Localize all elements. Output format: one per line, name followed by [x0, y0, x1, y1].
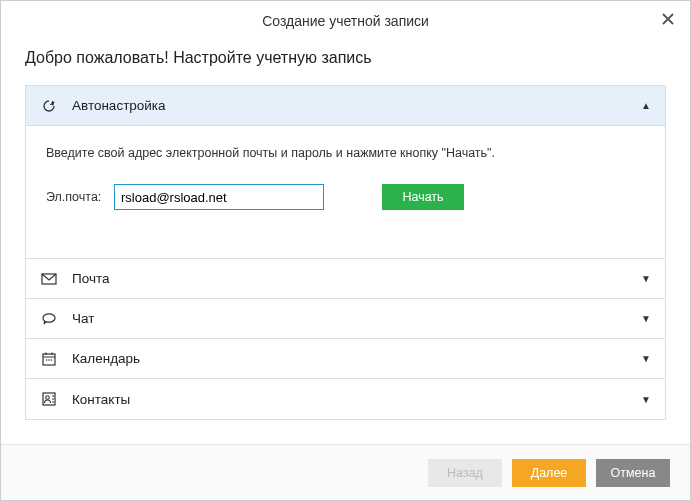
svg-point-4 — [51, 359, 53, 361]
section-contacts-label: Контакты — [72, 392, 627, 407]
cancel-button[interactable]: Отмена — [596, 459, 670, 487]
svg-point-3 — [48, 359, 50, 361]
refresh-icon — [40, 97, 58, 115]
chevron-up-icon: ▲ — [641, 100, 651, 111]
section-mail-label: Почта — [72, 271, 627, 286]
next-button[interactable]: Далее — [512, 459, 586, 487]
svg-point-2 — [46, 359, 48, 361]
start-button[interactable]: Начать — [382, 184, 464, 210]
section-contacts-header[interactable]: Контакты ▼ — [26, 379, 665, 419]
chat-icon — [40, 310, 58, 328]
mail-icon — [40, 270, 58, 288]
welcome-heading: Добро пожаловать! Настройте учетную запи… — [25, 49, 666, 67]
section-chat-label: Чат — [72, 311, 627, 326]
close-button[interactable] — [658, 9, 678, 29]
section-autosetup-label: Автонастройка — [72, 98, 627, 113]
section-calendar-header[interactable]: Календарь ▼ — [26, 339, 665, 379]
section-chat-header[interactable]: Чат ▼ — [26, 299, 665, 339]
close-icon — [662, 13, 674, 25]
section-calendar-label: Календарь — [72, 351, 627, 366]
accordion: Автонастройка ▲ Введите свой адрес элект… — [25, 85, 666, 420]
content-area: Добро пожаловать! Настройте учетную запи… — [1, 41, 690, 444]
back-button: Назад — [428, 459, 502, 487]
email-row: Эл.почта: Начать — [46, 184, 645, 210]
account-setup-window: Создание учетной записи Добро пожаловать… — [0, 0, 691, 501]
chevron-down-icon: ▼ — [641, 394, 651, 405]
email-label: Эл.почта: — [46, 190, 104, 204]
section-autosetup-body: Введите свой адрес электронной почты и п… — [26, 126, 665, 259]
section-mail-header[interactable]: Почта ▼ — [26, 259, 665, 299]
chevron-down-icon: ▼ — [641, 353, 651, 364]
section-autosetup-header[interactable]: Автонастройка ▲ — [26, 86, 665, 126]
footer: Назад Далее Отмена — [1, 444, 690, 500]
contacts-icon — [40, 390, 58, 408]
chevron-down-icon: ▼ — [641, 313, 651, 324]
titlebar: Создание учетной записи — [1, 1, 690, 41]
chevron-down-icon: ▼ — [641, 273, 651, 284]
calendar-icon — [40, 350, 58, 368]
svg-point-6 — [46, 396, 50, 400]
window-title: Создание учетной записи — [262, 13, 429, 29]
autosetup-description: Введите свой адрес электронной почты и п… — [46, 146, 645, 160]
email-input[interactable] — [114, 184, 324, 210]
